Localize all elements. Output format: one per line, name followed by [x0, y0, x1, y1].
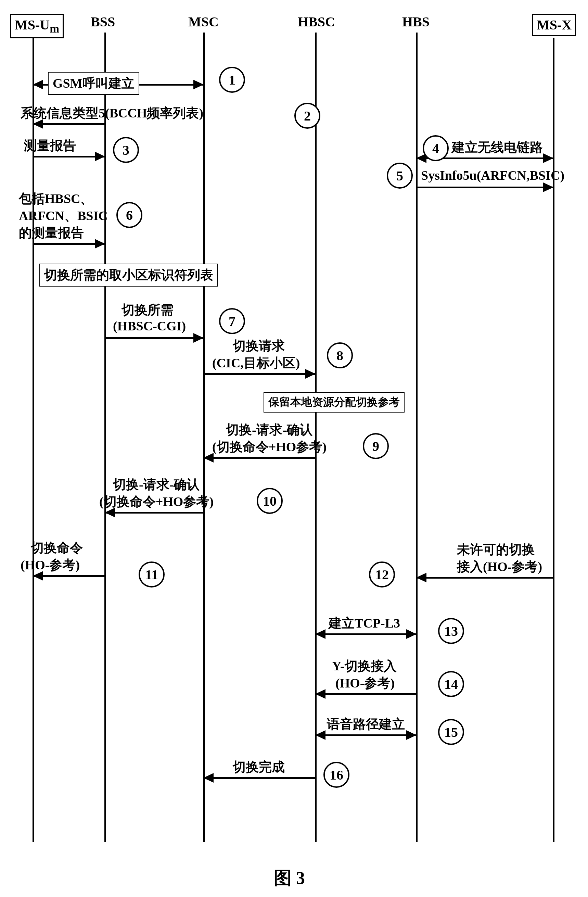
arrow-voice-path [316, 735, 416, 736]
label-unlic-ho-l2: 接入(HO-参考) [457, 558, 542, 576]
actor-msc: MSC [188, 14, 219, 30]
step-11: 11 [139, 562, 165, 588]
lifeline-msc [203, 32, 205, 842]
arrow-y-ho [316, 693, 416, 695]
label-ho-complete: 切换完成 [233, 758, 285, 776]
step-10: 10 [257, 488, 283, 514]
arrow-ho-req-ack10 [105, 512, 203, 514]
label-measurement-report: 测量报告 [24, 137, 76, 155]
step-8: 8 [327, 342, 353, 368]
lifeline-hbsc [315, 32, 316, 842]
step-15: 15 [438, 719, 464, 745]
label-sysinfo5-bcch: 系统信息类型5(BCCH频率列表) [21, 104, 203, 122]
label-ho-req-ack9-l1: 切换-请求-确认 [226, 421, 313, 439]
label-ho-req-ack9-l2: (切换命令+HO参考) [212, 438, 327, 456]
actor-hbs: HBS [402, 14, 429, 30]
actor-hbsc-label: HBSC [298, 14, 335, 29]
label-ho-request-l2: (CIC,目标小区) [212, 354, 300, 372]
label-ho-command-l1: 切换命令 [31, 539, 83, 557]
arrow-ho-complete [204, 777, 315, 779]
label-unlic-ho-l1: 未许可的切换 [457, 541, 535, 559]
label-ho-required-l2: (HBSC-CGI) [113, 318, 186, 334]
label-establish-tcp-l3: 建立TCP-L3 [328, 615, 400, 632]
actor-msc-label: MSC [188, 14, 219, 29]
label-y-ho-l1: Y-切换接入 [332, 657, 397, 675]
box-reserve-local-resource: 保留本地资源分配切换参考 [264, 392, 405, 413]
actor-hbs-label: HBS [402, 14, 429, 29]
actor-bss-label: BSS [91, 14, 115, 29]
arrow-meas-hbsc [34, 243, 104, 245]
step-2: 2 [294, 103, 320, 129]
arrow-ho-request [204, 373, 315, 375]
step-9: 9 [363, 433, 389, 459]
label-meas-hbsc-l2: ARFCN、BSIC [19, 207, 108, 225]
step-3: 3 [113, 137, 139, 163]
label-voice-path: 语音路径建立 [327, 716, 405, 733]
step-7: 7 [219, 308, 245, 334]
step-14: 14 [438, 671, 464, 697]
arrow-ho-required [105, 337, 203, 339]
step-16: 16 [324, 762, 350, 788]
lifeline-msum [32, 38, 34, 842]
arrow-measurement-report [34, 156, 104, 158]
label-ho-required-cell-list: 切换所需的取小区标识符列表 [44, 268, 213, 282]
arrow-sysinfo5u [417, 187, 553, 188]
step-13: 13 [438, 618, 464, 644]
label-establish-radio-link: 建立无线电链路 [452, 139, 543, 156]
label-meas-hbsc-l1: 包括HBSC、 [19, 190, 93, 207]
actor-msx-label: MS-X [537, 17, 571, 32]
step-12: 12 [369, 562, 395, 588]
label-reserve-local-resource: 保留本地资源分配切换参考 [268, 396, 400, 408]
step-5: 5 [387, 162, 413, 189]
label-sysinfo5u: SysInfo5u(ARFCN,BSIC) [421, 168, 564, 183]
sequence-diagram: MS-Um BSS MSC HBSC HBS MS-X GSM呼叫建立 1 系统… [0, 0, 588, 897]
label-ho-required-l1: 切换所需 [122, 301, 174, 319]
label-y-ho-l2: (HO-参考) [335, 675, 395, 692]
figure-caption: 图 3 [274, 866, 305, 890]
label-ho-command-l2: (HO-参考) [21, 556, 80, 574]
label-gsm-call-setup: GSM呼叫建立 [53, 76, 134, 90]
actor-msum: MS-Um [10, 14, 64, 38]
arrow-unlic-ho [417, 577, 553, 579]
actor-msx: MS-X [532, 14, 576, 36]
label-ho-request-l1: 切换请求 [233, 337, 285, 355]
step-1: 1 [219, 67, 245, 93]
label-ho-req-ack10-l1: 切换-请求-确认 [113, 476, 200, 493]
actor-hbsc: HBSC [298, 14, 335, 30]
label-ho-req-ack10-l2: (切换命令+HO参考) [99, 493, 214, 510]
actor-msum-label: MS-U [15, 17, 50, 32]
box-gsm-call-setup: GSM呼叫建立 [48, 72, 139, 95]
actor-msum-sub: m [50, 22, 59, 35]
arrow-establish-tcp-l3 [316, 634, 416, 635]
arrow-sysinfo5-bcch [34, 123, 104, 125]
arrow-ho-command [34, 575, 104, 577]
step-4: 4 [423, 135, 449, 161]
step-6: 6 [116, 202, 142, 228]
label-meas-hbsc-l3: 的测量报告 [19, 224, 84, 242]
actor-bss: BSS [91, 14, 115, 30]
arrow-ho-req-ack9 [204, 457, 315, 459]
box-ho-required-cell-list: 切换所需的取小区标识符列表 [39, 263, 218, 286]
